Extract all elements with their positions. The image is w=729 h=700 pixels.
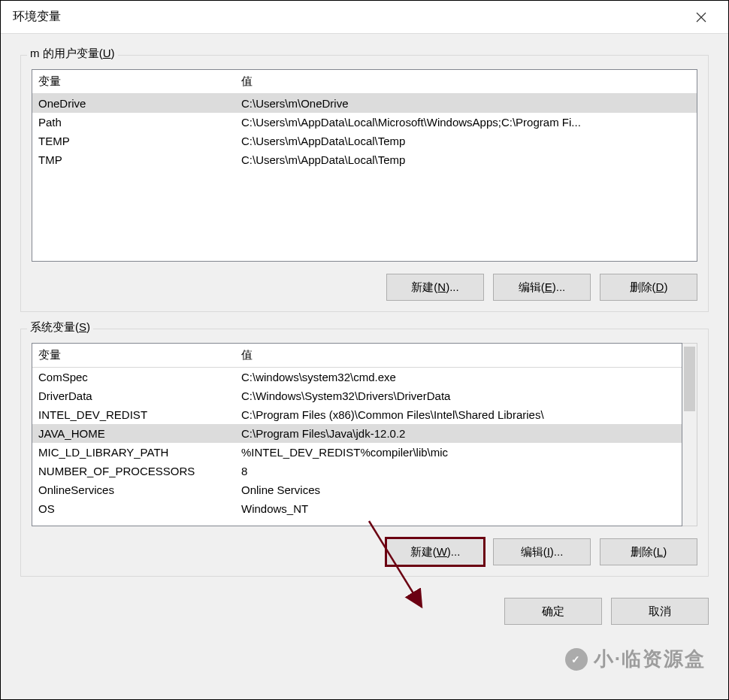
cell-variable: Path [32, 113, 235, 132]
col-header-variable[interactable]: 变量 [32, 70, 235, 93]
cell-value: C:\Program Files (x86)\Common Files\Inte… [235, 405, 682, 424]
cell-variable: TEMP [32, 132, 235, 150]
sys-buttons-row: 新建(W)... 编辑(I)... 删除(L) [32, 538, 697, 565]
list-row[interactable]: OneDriveC:\Users\m\OneDrive [32, 94, 697, 113]
cell-variable: TMP [32, 150, 235, 169]
cell-value: C:\Windows\System32\Drivers\DriverData [235, 386, 682, 405]
col-header-value[interactable]: 值 [235, 70, 697, 93]
cell-variable: ComSpec [32, 368, 235, 386]
col-header-value[interactable]: 值 [235, 344, 682, 367]
user-variables-group: m 的用户变量(U) 变量 值 OneDriveC:\Users\m\OneDr… [20, 55, 709, 312]
close-button[interactable] [686, 2, 716, 32]
system-list-scrollbar[interactable] [682, 343, 697, 526]
cell-variable: OS [32, 499, 235, 518]
list-row[interactable]: DriverDataC:\Windows\System32\Drivers\Dr… [32, 386, 682, 405]
cell-variable: INTEL_DEV_REDIST [32, 405, 235, 424]
list-row[interactable]: NUMBER_OF_PROCESSORS8 [32, 462, 682, 480]
dialog-buttons-row: 确定 取消 [20, 598, 709, 625]
cancel-button[interactable]: 取消 [611, 598, 709, 625]
user-edit-button[interactable]: 编辑(E)... [493, 274, 591, 301]
close-icon [696, 12, 706, 23]
cell-value: 8 [235, 462, 682, 480]
cell-value: C:\Program Files\Java\jdk-12.0.2 [235, 424, 682, 443]
user-buttons-row: 新建(N)... 编辑(E)... 删除(D) [32, 274, 697, 301]
col-header-variable[interactable]: 变量 [32, 344, 235, 367]
user-group-label: m 的用户变量(U) [27, 47, 118, 61]
user-variables-list[interactable]: 变量 值 OneDriveC:\Users\m\OneDrivePathC:\U… [32, 69, 697, 262]
cell-value: %INTEL_DEV_REDIST%compiler\lib\mic [235, 443, 682, 462]
list-header: 变量 值 [32, 344, 682, 368]
watermark: ✓ 小·临资源盒 [565, 646, 706, 672]
env-vars-dialog: 环境变量 m 的用户变量(U) 变量 值 OneDriveC:\Users\m\… [0, 0, 729, 700]
cell-value: C:\Users\m\OneDrive [235, 94, 697, 113]
cell-value: Online Services [235, 480, 682, 499]
ok-button[interactable]: 确定 [504, 598, 602, 625]
cell-value: Windows_NT [235, 499, 682, 518]
cell-variable: MIC_LD_LIBRARY_PATH [32, 443, 235, 462]
client-area: m 的用户变量(U) 变量 值 OneDriveC:\Users\m\OneDr… [1, 34, 728, 699]
titlebar: 环境变量 [1, 1, 728, 34]
cell-variable: OnlineServices [32, 480, 235, 499]
cell-variable: NUMBER_OF_PROCESSORS [32, 462, 235, 480]
scrollbar-thumb[interactable] [684, 347, 695, 411]
list-row[interactable]: MIC_LD_LIBRARY_PATH%INTEL_DEV_REDIST%com… [32, 443, 682, 462]
sys-new-button[interactable]: 新建(W)... [386, 538, 484, 565]
list-row[interactable]: OSWindows_NT [32, 499, 682, 518]
list-header: 变量 值 [32, 70, 697, 94]
wechat-icon: ✓ [565, 648, 588, 671]
cell-value: C:\Users\m\AppData\Local\Temp [235, 132, 697, 150]
user-new-button[interactable]: 新建(N)... [386, 274, 484, 301]
list-row[interactable]: PathC:\Users\m\AppData\Local\Microsoft\W… [32, 113, 697, 132]
cell-value: C:\windows\system32\cmd.exe [235, 368, 682, 386]
list-row[interactable]: TMPC:\Users\m\AppData\Local\Temp [32, 150, 697, 169]
system-variables-list[interactable]: 变量 值 ComSpecC:\windows\system32\cmd.exeD… [32, 343, 682, 526]
sys-edit-button[interactable]: 编辑(I)... [493, 538, 591, 565]
cell-value: C:\Users\m\AppData\Local\Microsoft\Windo… [235, 113, 697, 132]
user-delete-button[interactable]: 删除(D) [600, 274, 697, 301]
list-row[interactable]: JAVA_HOMEC:\Program Files\Java\jdk-12.0.… [32, 424, 682, 443]
list-row[interactable]: ComSpecC:\windows\system32\cmd.exe [32, 368, 682, 386]
cell-variable: OneDrive [32, 94, 235, 113]
sys-group-label: 系统变量(S) [27, 320, 93, 335]
cell-variable: DriverData [32, 386, 235, 405]
sys-delete-button[interactable]: 删除(L) [600, 538, 697, 565]
dialog-title: 环境变量 [13, 9, 686, 25]
cell-variable: JAVA_HOME [32, 424, 235, 443]
list-row[interactable]: INTEL_DEV_REDISTC:\Program Files (x86)\C… [32, 405, 682, 424]
list-row[interactable]: OnlineServicesOnline Services [32, 480, 682, 499]
cell-value: C:\Users\m\AppData\Local\Temp [235, 150, 697, 169]
system-variables-group: 系统变量(S) 变量 值 ComSpecC:\windows\system32\… [20, 329, 709, 577]
list-row[interactable]: TEMPC:\Users\m\AppData\Local\Temp [32, 132, 697, 150]
